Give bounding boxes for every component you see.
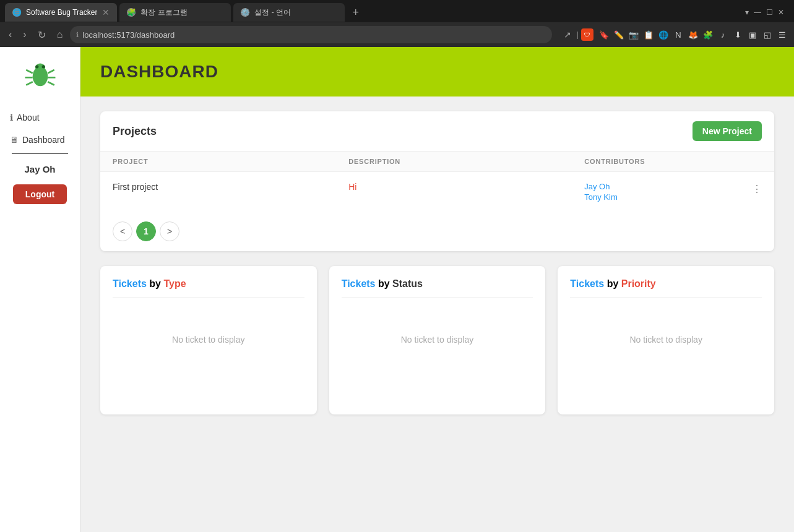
chart-priority-word1: Tickets: [570, 278, 604, 289]
new-project-button[interactable]: New Project: [693, 121, 762, 141]
projects-table: PROJECT DESCRIPTION CONTRIBUTORS First p…: [100, 151, 774, 212]
window-controls: ▾ — ☐ ✕: [745, 8, 789, 17]
ext-btn-11[interactable]: ▣: [746, 28, 759, 41]
sidebar-divider: [12, 153, 67, 154]
tickets-by-type-title: Tickets by Type: [113, 278, 304, 290]
chart-divider-1: [113, 297, 304, 298]
tab-bar: 🌐 Software Bug Tracker ✕ 🧩 확장 프로그램 ⚙️ 설정…: [0, 0, 794, 22]
tickets-by-status-title: Tickets by Status: [342, 278, 533, 290]
project-contributors-cell: Jay OhTony Kim ⋮: [572, 172, 774, 212]
page-1-button[interactable]: 1: [136, 221, 156, 241]
forward-button[interactable]: ›: [19, 27, 30, 43]
next-page-button[interactable]: >: [160, 221, 179, 241]
project-description-cell: Hi: [336, 172, 572, 212]
security-icon: ℹ: [76, 31, 79, 39]
ext-btn-1[interactable]: 🔖: [597, 28, 611, 41]
sidebar-about-label: About: [17, 113, 40, 122]
ext-btn-2[interactable]: ✏️: [612, 28, 626, 41]
window-close[interactable]: ✕: [778, 8, 784, 17]
col-contributors: CONTRIBUTORS: [572, 152, 774, 172]
sidebar: ℹ About 🖥 Dashboard Jay Oh Logout: [0, 47, 80, 532]
tab-close-button[interactable]: ✕: [102, 8, 110, 17]
url-display: localhost:5173/dashboard: [82, 30, 546, 40]
sidebar-username: Jay Oh: [24, 164, 55, 174]
ext-btn-8[interactable]: 🧩: [701, 28, 715, 41]
sidebar-item-dashboard[interactable]: 🖥 Dashboard: [5, 131, 75, 148]
table-header-row: PROJECT DESCRIPTION CONTRIBUTORS: [100, 152, 774, 172]
sidebar-navigation: ℹ About 🖥 Dashboard: [5, 109, 75, 148]
tab-settings-favicon: ⚙️: [241, 8, 249, 17]
back-button[interactable]: ‹: [5, 27, 15, 43]
tab-settings-title: 설정 - 언어: [254, 7, 337, 18]
chart-divider-3: [570, 297, 762, 298]
svg-point-8: [35, 65, 38, 68]
window-restore[interactable]: ☐: [766, 8, 773, 17]
app-logo: [22, 57, 59, 94]
tab-favicon: 🌐: [12, 8, 21, 17]
table-row: First project Hi Jay OhTony Kim ⋮: [100, 172, 774, 212]
tab-software-bug-tracker[interactable]: 🌐 Software Bug Tracker ✕: [5, 3, 117, 22]
sidebar-item-about[interactable]: ℹ About: [5, 109, 75, 126]
dashboard-icon: 🖥: [10, 135, 19, 145]
window-maximize[interactable]: —: [754, 8, 761, 17]
no-ticket-type: No ticket to display: [113, 335, 304, 345]
reload-button[interactable]: ↻: [34, 27, 50, 43]
svg-point-9: [41, 65, 45, 68]
sidebar-dashboard-label: Dashboard: [22, 135, 65, 145]
menu-button[interactable]: ☰: [775, 28, 789, 41]
ext-btn-3[interactable]: 📷: [627, 28, 641, 41]
tab-ext-favicon: 🧩: [127, 8, 136, 17]
navigation-bar: ‹ › ↻ ⌂ ℹ localhost:5173/dashboard ↗ | 🛡…: [0, 22, 794, 47]
ext-btn-12[interactable]: ◱: [761, 28, 774, 41]
svg-line-5: [48, 70, 54, 73]
nav-actions: ↗ | 🛡: [561, 28, 593, 41]
svg-line-7: [48, 82, 54, 85]
chart-divider-2: [342, 297, 533, 298]
ext-btn-5[interactable]: 🌐: [657, 28, 670, 41]
address-bar[interactable]: ℹ localhost:5173/dashboard: [70, 26, 552, 43]
contributors-list: Jay OhTony Kim: [584, 182, 762, 202]
ext-btn-6[interactable]: N: [671, 28, 685, 41]
projects-card-header: Projects New Project: [100, 111, 774, 151]
tab-settings[interactable]: ⚙️ 설정 - 언어: [233, 3, 345, 22]
project-name: First project: [113, 182, 158, 192]
charts-row: Tickets by Type No ticket to display Tic…: [100, 266, 774, 414]
contributor-name: Jay Oh: [584, 182, 762, 191]
share-button[interactable]: ↗: [561, 28, 574, 41]
chart-title-by: by: [147, 278, 164, 289]
chart-status-by: by: [376, 278, 393, 289]
prev-page-button[interactable]: <: [113, 221, 132, 241]
main-content: DASHBOARD Projects New Project PROJECT D…: [80, 47, 794, 532]
tab-extensions[interactable]: 🧩 확장 프로그램: [119, 3, 231, 22]
window-minimize[interactable]: ▾: [745, 8, 749, 17]
chart-status-word2: Status: [392, 278, 423, 289]
home-button[interactable]: ⌂: [53, 27, 67, 43]
chart-priority-by: by: [604, 278, 621, 289]
tab-title: Software Bug Tracker: [26, 8, 97, 17]
chart-status-word1: Tickets: [342, 278, 376, 289]
pagination: < 1 >: [100, 212, 774, 251]
chart-priority-word2: Priority: [621, 278, 656, 289]
no-ticket-priority: No ticket to display: [570, 335, 762, 345]
ext-btn-4[interactable]: 📋: [642, 28, 655, 41]
projects-card: Projects New Project PROJECT DESCRIPTION…: [100, 111, 774, 251]
content-area: Projects New Project PROJECT DESCRIPTION…: [80, 97, 794, 429]
tickets-by-status-card: Tickets by Status No ticket to display: [329, 266, 546, 414]
ext-btn-10[interactable]: ⬇: [731, 28, 744, 41]
logout-button[interactable]: Logout: [13, 184, 67, 204]
col-project: PROJECT: [100, 152, 336, 172]
ext-btn-7[interactable]: 🦊: [686, 28, 700, 41]
svg-line-4: [26, 82, 33, 85]
no-ticket-status: No ticket to display: [342, 335, 533, 345]
page-header: DASHBOARD: [80, 47, 794, 97]
ext-btn-9[interactable]: ♪: [716, 28, 730, 41]
chart-title-type: Type: [163, 278, 186, 289]
app: ℹ About 🖥 Dashboard Jay Oh Logout DASHBO…: [0, 47, 794, 532]
description-link[interactable]: Hi: [348, 182, 356, 192]
page-title: DASHBOARD: [100, 62, 774, 82]
brave-shield-icon[interactable]: 🛡: [581, 28, 593, 41]
extensions-bar: 🔖 ✏️ 📷 📋 🌐 N 🦊 🧩 ♪ ⬇ ▣ ◱ ☰: [597, 28, 789, 41]
new-tab-button[interactable]: +: [347, 6, 364, 19]
col-description: DESCRIPTION: [336, 152, 572, 172]
browser-chrome: 🌐 Software Bug Tracker ✕ 🧩 확장 프로그램 ⚙️ 설정…: [0, 0, 794, 47]
